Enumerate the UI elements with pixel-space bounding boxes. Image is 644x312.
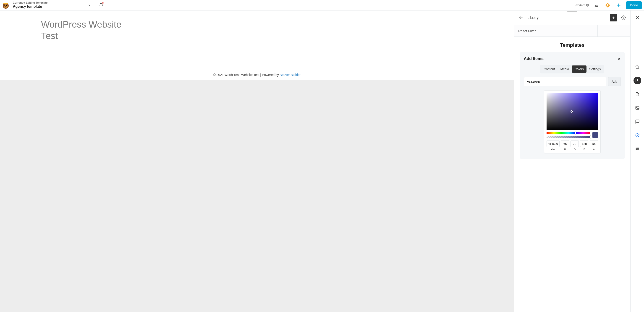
hex-input-row: Add xyxy=(524,77,621,86)
svg-point-4 xyxy=(6,5,7,6)
svg-point-35 xyxy=(637,149,638,150)
tab-content[interactable]: Content xyxy=(541,65,558,73)
saturation-value-area[interactable] xyxy=(546,93,598,130)
filter-tab-placeholder xyxy=(540,25,569,36)
add-items-card: Add Items Content Media Colors Settings xyxy=(520,52,625,159)
panel-filter-row: Reset Filter xyxy=(514,25,630,37)
card-close-button[interactable] xyxy=(618,57,621,60)
section-title: Templates xyxy=(514,40,630,52)
picker-a-input[interactable] xyxy=(590,140,598,147)
gear-icon xyxy=(621,15,626,20)
svg-point-5 xyxy=(5,6,6,7)
svg-point-3 xyxy=(4,5,5,6)
panel-title: Library xyxy=(528,16,538,20)
picker-g-input[interactable] xyxy=(570,140,579,147)
sidebar-content-button[interactable] xyxy=(634,90,641,98)
tab-settings[interactable]: Settings xyxy=(586,65,604,73)
picker-hex-input[interactable] xyxy=(546,140,560,147)
picker-r-input[interactable] xyxy=(561,140,569,147)
footer-link[interactable]: Beaver Builder xyxy=(280,73,301,77)
notification-dot-icon xyxy=(102,2,104,4)
sidebar-close-button[interactable] xyxy=(634,14,641,21)
page-footer: © 2021 WordPress Website Test | Powered … xyxy=(0,69,514,80)
picker-hex-label: Hex xyxy=(551,148,556,151)
beaver-logo[interactable] xyxy=(1,1,10,9)
hex-input[interactable] xyxy=(524,77,606,86)
svg-point-34 xyxy=(636,149,636,150)
panel-add-button[interactable] xyxy=(610,14,617,21)
bookmark-diamond-icon xyxy=(605,3,610,8)
svg-point-36 xyxy=(638,149,639,150)
assistant-button[interactable] xyxy=(604,2,611,9)
sv-thumb-icon[interactable] xyxy=(570,110,573,113)
chat-icon xyxy=(635,119,640,124)
topbar-right: Edited ? Done xyxy=(575,0,644,10)
arrow-left-icon xyxy=(519,15,523,20)
alpha-slider[interactable] xyxy=(546,136,590,138)
filter-tab-placeholder xyxy=(569,25,598,36)
picker-r-label: R xyxy=(564,148,566,151)
sidebar-comments-button[interactable] xyxy=(634,118,641,125)
bookmark-icon xyxy=(635,78,640,83)
sidebar-media-button[interactable] xyxy=(634,104,641,112)
picker-g-label: G xyxy=(574,148,576,151)
sidebar-apps-button[interactable] xyxy=(634,145,641,153)
svg-point-29 xyxy=(636,107,637,108)
panel-settings-button[interactable] xyxy=(620,14,627,21)
outline-button[interactable] xyxy=(593,2,600,9)
sidebar-updates-button[interactable] xyxy=(634,131,641,139)
svg-text:?: ? xyxy=(587,4,588,6)
template-name: Agency template xyxy=(13,4,48,9)
topbar-left: Currently Editing Template Agency templa… xyxy=(0,0,96,10)
tab-colors[interactable]: Colors xyxy=(572,65,586,73)
page-canvas: WordPress Website Test © 2021 WordPress … xyxy=(0,10,514,312)
hue-slider[interactable] xyxy=(546,132,590,134)
close-icon xyxy=(618,57,621,60)
document-icon xyxy=(635,92,640,96)
svg-rect-28 xyxy=(636,106,639,109)
apps-grid-icon xyxy=(635,147,640,151)
tab-media[interactable]: Media xyxy=(558,65,572,73)
color-picker: Hex R G B xyxy=(544,90,601,153)
plus-icon xyxy=(611,16,616,20)
alpha-thumb-icon[interactable] xyxy=(590,135,591,138)
reset-filter-button[interactable]: Reset Filter xyxy=(514,25,540,36)
help-icon[interactable]: ? xyxy=(586,3,589,7)
color-value-inputs: Hex R G B xyxy=(546,140,598,151)
chevron-down-icon xyxy=(88,3,91,7)
add-color-button[interactable]: Add xyxy=(608,77,621,86)
notifications-button[interactable] xyxy=(96,0,106,10)
card-title: Add Items xyxy=(524,56,544,61)
done-button[interactable]: Done xyxy=(626,1,642,9)
hue-thumb-icon[interactable] xyxy=(575,132,576,135)
svg-point-12 xyxy=(596,5,596,5)
panel-header: Library xyxy=(514,12,630,25)
topbar: Currently Editing Template Agency templa… xyxy=(0,0,644,10)
footer-text: © 2021 WordPress Website Test | Powered … xyxy=(213,73,280,77)
sync-icon xyxy=(635,133,640,138)
edited-indicator: Edited ? xyxy=(575,3,589,7)
close-icon xyxy=(635,15,640,20)
panel-back-button[interactable] xyxy=(518,14,524,21)
svg-point-31 xyxy=(636,148,636,148)
home-icon xyxy=(635,64,640,69)
page-heading: WordPress Website Test xyxy=(41,19,514,41)
assistant-sidebar xyxy=(630,10,644,312)
svg-point-33 xyxy=(638,148,639,148)
template-dropdown-button[interactable] xyxy=(86,1,93,9)
picker-b-input[interactable] xyxy=(580,140,588,147)
sidebar-library-button[interactable] xyxy=(634,77,641,84)
color-swatch xyxy=(592,132,598,138)
title-block: Currently Editing Template Agency templa… xyxy=(13,1,48,9)
svg-point-30 xyxy=(637,135,638,136)
add-content-button[interactable] xyxy=(615,2,622,9)
svg-point-32 xyxy=(637,148,638,148)
image-icon xyxy=(635,106,640,110)
filter-tab-placeholder xyxy=(598,25,626,36)
sidebar-home-button[interactable] xyxy=(634,63,641,71)
svg-rect-2 xyxy=(4,3,8,4)
svg-point-11 xyxy=(595,4,596,4)
page-empty-row xyxy=(0,47,514,69)
workspace: WordPress Website Test © 2021 WordPress … xyxy=(0,10,644,312)
card-header: Add Items xyxy=(524,56,621,61)
